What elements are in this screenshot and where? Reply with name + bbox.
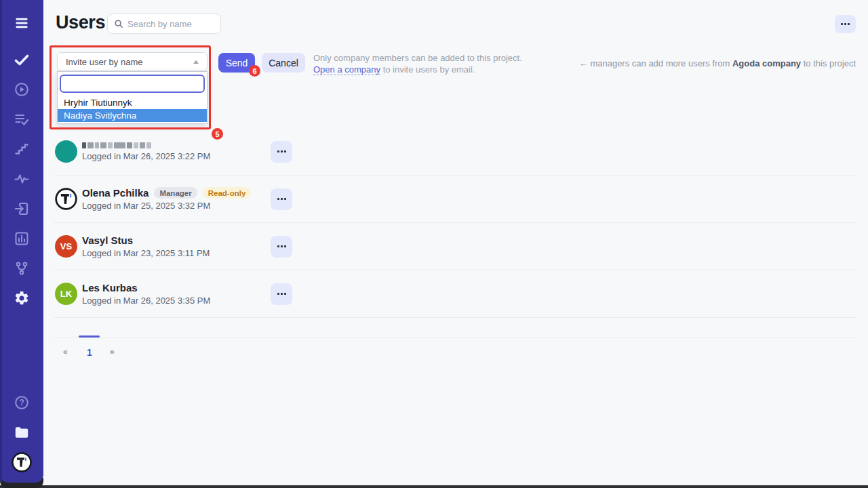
sidebar-item-bar-chart[interactable] — [7, 224, 37, 253]
ellipsis-icon — [841, 23, 843, 26]
badge-manager: Manager — [154, 187, 197, 199]
sidebar-item-hamburger-menu[interactable] — [7, 11, 37, 35]
last-login: Logged in Mar 26, 2025 3:35 PM — [82, 296, 271, 306]
invite-info-line2: Open a company to invite users by email. — [313, 64, 522, 76]
redacted-user-name — [82, 142, 151, 149]
invite-info-line1: Only company members can be added to thi… — [313, 53, 522, 64]
task-list-check-icon — [14, 111, 30, 127]
pagination-divider — [54, 337, 856, 338]
user-row: VS Vasyl Stus Logged in Mar 23, 2025 3:1… — [54, 223, 856, 270]
sidebar-item-help[interactable]: ? — [7, 388, 37, 418]
row-more-button[interactable] — [271, 283, 292, 305]
sidebar-item-sign-in[interactable] — [7, 194, 37, 224]
svg-text:?: ? — [19, 398, 24, 407]
open-company-link[interactable]: Open a company — [313, 64, 380, 75]
sidebar-item-checkmark[interactable] — [7, 45, 37, 75]
last-login: Logged in Mar 25, 2025 3:32 PM — [82, 201, 271, 211]
user-name: Les Kurbas — [82, 282, 138, 293]
sidebar-item-git-fork[interactable] — [7, 253, 37, 283]
sidebar-item-folder[interactable] — [7, 418, 37, 447]
badge-read-only: Read-only — [203, 187, 252, 199]
bar-chart-icon — [14, 230, 30, 247]
user-row: LK Les Kurbas Logged in Mar 26, 2025 3:3… — [54, 270, 856, 318]
logo-icon — [12, 452, 32, 472]
user-name: Olena Pchilka — [82, 187, 149, 199]
page-more-button[interactable] — [835, 15, 856, 33]
folder-icon — [14, 424, 30, 441]
sidebar-item-task-list-check[interactable] — [7, 104, 37, 134]
chevron-up-icon — [193, 60, 199, 64]
ellipsis-icon — [277, 198, 279, 201]
dropdown-option[interactable]: Hryhir Tiutiunnyk — [58, 96, 207, 109]
row-more-button[interactable] — [271, 236, 292, 258]
user-name: Vasyl Stus — [82, 235, 133, 246]
avatar: VS — [55, 235, 77, 258]
sidebar: ? — [0, 0, 43, 483]
sidebar-nav — [0, 0, 43, 313]
pagination-prev[interactable]: « — [63, 347, 68, 357]
pagination-next[interactable]: » — [110, 347, 115, 357]
activity-pulse-icon — [14, 171, 30, 187]
ellipsis-icon — [277, 293, 279, 296]
sidebar-item-activity-pulse[interactable] — [7, 164, 37, 194]
pagination-active-indicator — [79, 336, 100, 338]
gear-icon — [14, 290, 30, 306]
sidebar-item-gear[interactable] — [7, 283, 37, 313]
sidebar-item-logo[interactable] — [7, 447, 37, 477]
sidebar-footer: ? — [0, 388, 43, 483]
last-login: Logged in Mar 23, 2025 3:11 PM — [82, 248, 271, 258]
user-row: Logged in Mar 26, 2025 3:22 PM — [54, 128, 856, 176]
sidebar-item-play-circle[interactable] — [7, 75, 37, 104]
stairs-icon — [14, 141, 30, 157]
page-title: Users — [56, 12, 105, 33]
git-fork-icon — [14, 260, 30, 277]
dropdown-filter-input[interactable] — [60, 75, 205, 93]
cancel-button[interactable]: Cancel — [262, 53, 305, 73]
row-more-button[interactable] — [271, 188, 292, 210]
help-icon: ? — [14, 394, 30, 411]
pagination-page-1[interactable]: 1 — [87, 347, 92, 358]
search-input-wrap — [107, 14, 221, 34]
invite-info-text: Only company members can be added to thi… — [313, 53, 522, 75]
ellipsis-icon — [277, 245, 279, 248]
bottom-edge-bar — [0, 485, 868, 488]
invite-select-placeholder: Invite user by name — [66, 57, 193, 67]
sidebar-item-stairs[interactable] — [7, 134, 37, 164]
ellipsis-icon — [277, 150, 279, 153]
avatar — [55, 140, 77, 163]
hamburger-menu-icon — [14, 15, 30, 31]
invite-user-select[interactable]: Invite user by name — [57, 52, 208, 71]
last-login: Logged in Mar 26, 2025 3:22 PM — [82, 151, 271, 161]
app-root: ? Users Invite user by name Hryhir Tiuti… — [0, 0, 868, 488]
send-button[interactable]: Send — [218, 53, 255, 73]
manager-note: ← managers can add more users from Agoda… — [579, 58, 856, 68]
sign-in-icon — [14, 201, 30, 217]
search-input[interactable] — [127, 19, 214, 29]
pagination: « 1 » — [54, 347, 136, 362]
user-row: Olena Pchilka ManagerRead-only Logged in… — [54, 176, 856, 223]
row-more-button[interactable] — [271, 141, 292, 163]
checkmark-icon — [14, 52, 30, 68]
avatar: LK — [55, 283, 77, 305]
dropdown-option-selected[interactable]: Nadiya Svitlychna — [58, 109, 207, 122]
play-circle-icon — [14, 81, 30, 98]
user-list: Logged in Mar 26, 2025 3:22 PM Olena Pch… — [54, 128, 856, 318]
avatar — [55, 188, 77, 210]
search-icon — [114, 19, 123, 28]
invite-user-dropdown: Hryhir Tiutiunnyk Nadiya Svitlychna — [57, 71, 208, 124]
